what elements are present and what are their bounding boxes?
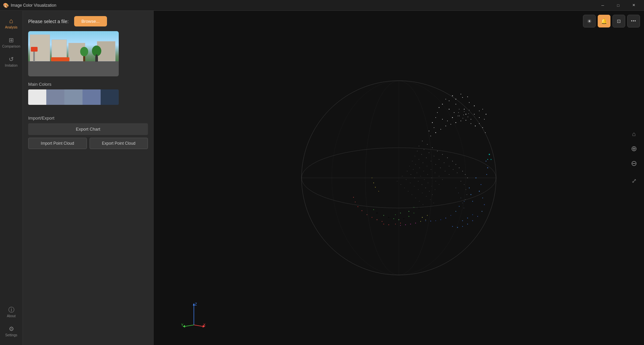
svg-point-83 [491,159,492,160]
svg-point-108 [382,221,382,222]
svg-point-45 [461,121,461,121]
titlebar: 🎨 Image Color Visualization ─ □ ✕ [0,0,644,11]
svg-point-60 [468,117,468,117]
home-icon: ⌂ [9,17,13,24]
svg-point-95 [404,218,404,219]
svg-point-173 [427,174,428,175]
home-view-button[interactable]: ⌂ [628,128,640,140]
svg-point-72 [452,226,453,227]
svg-point-157 [435,164,436,165]
color-swatch-2 [64,89,83,105]
notification-button[interactable]: 🔔 [598,15,610,27]
svg-point-198 [402,176,402,176]
svg-point-113 [383,224,384,225]
sidebar-item-about[interactable]: ⓘ About [0,303,22,321]
svg-point-58 [469,110,470,111]
browse-button[interactable]: Browse... [74,16,107,26]
svg-point-152 [457,172,458,173]
svg-point-218 [462,203,463,203]
svg-point-44 [455,122,456,123]
road [28,61,119,76]
svg-point-155 [426,157,427,158]
svg-point-19 [437,112,438,113]
svg-point-70 [462,226,463,227]
close-button[interactable]: ✕ [626,0,641,11]
import-export-label: Import/Export [28,116,148,121]
svg-point-76 [469,188,470,188]
sidebar-label-settings: Settings [5,333,17,337]
svg-point-124 [420,221,421,222]
expand-button[interactable]: ⤢ [628,175,640,187]
sidebar-item-comparison[interactable]: ⊞ Comparison [0,34,22,52]
minimize-button[interactable]: ─ [595,0,610,11]
svg-point-212 [415,198,416,198]
svg-point-42 [445,126,446,126]
svg-point-140 [459,167,460,168]
svg-point-176 [439,184,439,185]
svg-point-160 [449,174,449,175]
svg-point-78 [472,201,473,202]
svg-point-74 [467,218,468,219]
export-point-cloud-button[interactable]: Export Point Cloud [90,138,148,149]
svg-point-15 [461,94,461,94]
svg-point-194 [464,184,465,185]
file-select-label: Please select a file: [28,19,69,24]
sidebar-item-settings[interactable]: ⚙ Settings [0,323,22,340]
svg-point-172 [423,171,424,171]
svg-point-146 [429,152,429,153]
main-colors-label: Main Colors [28,82,148,87]
svg-point-114 [395,224,396,224]
svg-point-143 [467,178,468,178]
svg-point-179 [417,172,417,173]
svg-point-98 [388,217,389,218]
about-icon: ⓘ [8,307,14,313]
svg-point-174 [431,178,432,178]
svg-point-158 [440,167,441,168]
zoom-in-button[interactable]: ⊕ [628,143,640,155]
svg-point-111 [367,214,367,215]
svg-point-199 [406,179,406,180]
zoom-in-icon: ⊕ [631,144,637,153]
svg-point-102 [419,208,419,208]
svg-point-131 [372,178,372,178]
svg-point-93 [425,220,426,221]
svg-point-79 [486,161,486,161]
svg-point-209 [404,188,405,188]
svg-point-21 [464,109,465,110]
settings-icon: ⚙ [9,326,14,332]
svg-point-187 [414,178,415,178]
svg-point-91 [435,220,436,221]
svg-point-219 [464,208,464,208]
svg-point-82 [489,154,490,155]
svg-point-35 [459,116,460,116]
svg-point-147 [434,156,434,156]
svg-point-22 [455,104,456,105]
color-swatch-1 [46,89,64,105]
zoom-out-button[interactable]: ⊖ [628,157,640,169]
svg-point-117 [358,206,358,207]
sidebar-item-analysis[interactable]: ⌂ Analysis [0,14,22,32]
sidebar-item-imitation[interactable]: ↺ Imitation [0,53,22,71]
svg-point-109 [377,219,378,220]
svg-point-20 [474,114,475,115]
green-points [373,207,419,220]
svg-point-193 [461,181,461,182]
theme-toggle-button[interactable]: ☀ [583,15,596,27]
sphere-svg [281,61,516,295]
export-chart-button[interactable]: Export Chart [28,123,148,135]
svg-point-97 [393,218,394,219]
svg-point-62 [481,184,482,185]
more-button[interactable]: ••• [627,15,640,27]
sidebar-label-comparison: Comparison [2,45,20,48]
svg-point-120 [405,224,406,225]
import-point-cloud-button[interactable]: Import Point Cloud [28,138,87,149]
svg-point-217 [461,198,461,198]
yellow-points [372,178,428,222]
svg-point-153 [417,151,418,151]
sidebar: ⌂ Analysis ⊞ Comparison ↺ Imitation ⓘ Ab… [0,11,23,345]
screenshot-button[interactable]: ⊡ [612,15,625,27]
maximize-button[interactable]: □ [610,0,626,11]
svg-point-110 [372,217,372,218]
x-axis-label: X [203,323,206,327]
svg-point-162 [419,159,419,159]
